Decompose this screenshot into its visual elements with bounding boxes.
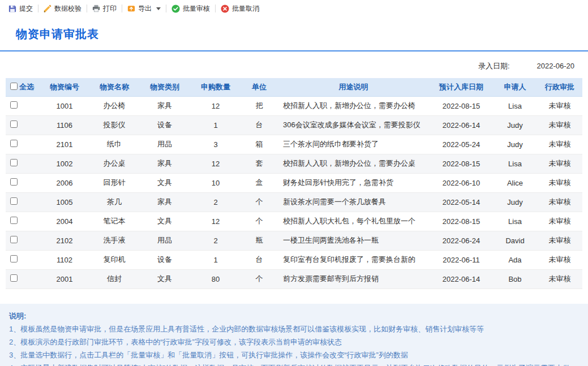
cell-quantity: 3 (190, 135, 241, 154)
row-checkbox[interactable] (10, 120, 18, 128)
table-row[interactable]: 1002 办公桌 家具 12 套 校招新人入职，新增办公位，需要办公桌 2022… (6, 154, 582, 173)
header-approval: 行政审批 (537, 78, 582, 96)
cell-category: 文具 (139, 212, 190, 231)
cell-material-name: 回形针 (89, 173, 139, 192)
cell-approval-status[interactable]: 未审核 (537, 231, 582, 250)
row-checkbox-cell (6, 231, 40, 250)
cell-applicant: Lisa (493, 154, 537, 173)
cell-unit: 个 (241, 212, 277, 231)
table-row[interactable]: 1001 办公椅 家具 12 把 校招新人入职，新增办公位，需要办公椅 2022… (6, 96, 582, 115)
select-all-cell: 全选 (6, 78, 40, 96)
cell-unit: 个 (241, 269, 277, 289)
table-body: 1001 办公椅 家具 12 把 校招新人入职，新增办公位，需要办公椅 2022… (6, 96, 582, 289)
pencil-ruler-icon (44, 5, 51, 12)
row-checkbox[interactable] (10, 217, 18, 224)
cell-material-name: 办公桌 (89, 154, 139, 173)
cell-usage: 校招新人入职大礼包，每个礼包里放一个 (277, 212, 430, 231)
cell-approval-status[interactable]: 未审核 (537, 154, 582, 173)
note-line: 4、实际场景中新建数据集时可以只筛选“未审核”的数据，这样数据一旦审核，页面刷新… (9, 361, 578, 366)
cell-approval-status[interactable]: 未审核 (537, 212, 582, 231)
select-all-label: 全选 (19, 83, 34, 91)
cell-approval-status[interactable]: 未审核 (537, 115, 582, 135)
cell-quantity: 1 (190, 115, 241, 135)
notes-list: 1、模板虽然是物资申请审批，但是在场景应用上具有普适性，企业内部的数据审核场景都… (9, 322, 578, 366)
batch-approve-button[interactable]: 批量审核 (166, 0, 215, 17)
header-usage: 用途说明 (277, 78, 430, 96)
table-row[interactable]: 1005 茶几 家具 2 个 新设茶水间需要一个茶几放餐具 2022-05-14… (6, 192, 582, 212)
table-row[interactable]: 1106 投影仪 设备 1 台 306会议室改成多媒体会议室，需要投影仪 202… (6, 115, 582, 135)
batch-cancel-button[interactable]: 批量取消 (216, 0, 264, 17)
printer-icon (92, 5, 100, 12)
row-checkbox[interactable] (10, 101, 18, 109)
cell-material-id: 1002 (40, 154, 89, 173)
cell-quantity: 12 (190, 212, 241, 231)
cell-approval-status[interactable]: 未审核 (537, 135, 582, 154)
cell-applicant: Ada (493, 250, 537, 269)
cell-applicant: Lisa (493, 96, 537, 115)
print-label: 打印 (103, 4, 117, 14)
row-checkbox[interactable] (10, 255, 18, 262)
notes-title: 说明: (9, 309, 578, 322)
submit-button[interactable]: 提交 (3, 0, 38, 17)
cell-material-name: 纸巾 (89, 135, 139, 154)
note-line: 2、模板演示的是行政部门审批环节，表格中的“行政审批”字段可修改，该字段表示当前… (9, 335, 578, 348)
export-label: 导出 (138, 4, 152, 14)
table-row[interactable]: 2006 回形针 文具 10 盒 财务处回形针快用完了，急需补货 2022-06… (6, 173, 582, 192)
cell-category: 用品 (139, 135, 190, 154)
row-checkbox[interactable] (10, 140, 18, 147)
table-row[interactable]: 2102 洗手液 用品 2 瓶 一楼卫生间两盥洗池各补一瓶 2022-06-24… (6, 231, 582, 250)
row-checkbox[interactable] (10, 197, 18, 205)
cell-category: 用品 (139, 231, 190, 250)
cell-quantity: 2 (190, 192, 241, 212)
cell-applicant: Judy (493, 115, 537, 135)
cell-approval-status[interactable]: 未审核 (537, 192, 582, 212)
cell-material-name: 复印机 (89, 250, 139, 269)
header-applicant: 申请人 (493, 78, 537, 96)
print-button[interactable]: 打印 (87, 0, 122, 17)
select-all-checkbox[interactable] (10, 83, 18, 90)
row-checkbox[interactable] (10, 274, 18, 282)
cell-approval-status[interactable]: 未审核 (537, 96, 582, 115)
cell-usage: 新设茶水间需要一个茶几放餐具 (277, 192, 430, 212)
table-row[interactable]: 1102 复印机 设备 1 台 复印室有台复印机报废了，需要换台新的 2022-… (6, 250, 582, 269)
cell-approval-status[interactable]: 未审核 (537, 173, 582, 192)
cell-usage: 一楼卫生间两盥洗池各补一瓶 (277, 231, 430, 250)
cell-expected-date: 2022-06-11 (430, 250, 493, 269)
cell-expected-date: 2022-06-24 (430, 231, 493, 250)
cell-category: 家具 (139, 154, 190, 173)
entry-date: 录入日期:2022-06-20 (0, 61, 574, 71)
cell-approval-status[interactable]: 未审核 (537, 250, 582, 269)
cell-applicant: Judy (493, 192, 537, 212)
cell-approval-status[interactable]: 未审核 (537, 269, 582, 289)
chevron-down-icon (156, 7, 161, 10)
table-row[interactable]: 2004 笔记本 文具 12 个 校招新人入职大礼包，每个礼包里放一个 2022… (6, 212, 582, 231)
row-checkbox-cell (6, 173, 40, 192)
data-validate-button[interactable]: 数据校验 (38, 0, 87, 17)
cell-material-id: 2001 (40, 269, 89, 289)
entry-date-value: 2022-06-20 (537, 62, 575, 70)
cell-quantity: 12 (190, 154, 241, 173)
table-row[interactable]: 2101 纸巾 用品 3 箱 三个茶水间的纸巾都要补货了 2022-05-24 … (6, 135, 582, 154)
cell-applicant: Judy (493, 135, 537, 154)
table-row[interactable]: 2001 信封 文具 80 个 前方发票需要邮寄到后方报销 2022-06-14… (6, 269, 582, 289)
cell-expected-date: 2022-08-15 (430, 96, 493, 115)
cell-material-name: 信封 (89, 269, 139, 289)
cell-material-id: 1001 (40, 96, 89, 115)
cell-material-name: 茶几 (89, 192, 139, 212)
header-expected-date: 预计入库日期 (430, 78, 493, 96)
row-checkbox[interactable] (10, 236, 18, 243)
cell-category: 家具 (139, 96, 190, 115)
cell-material-name: 投影仪 (89, 115, 139, 135)
cell-usage: 三个茶水间的纸巾都要补货了 (277, 135, 430, 154)
row-checkbox[interactable] (10, 178, 18, 186)
cell-usage: 306会议室改成多媒体会议室，需要投影仪 (277, 115, 430, 135)
export-button[interactable]: 导出 (122, 0, 166, 17)
page-title: 物资申请审批表 (16, 27, 588, 42)
header-quantity: 申购数量 (190, 78, 241, 96)
row-checkbox[interactable] (10, 159, 18, 166)
cell-applicant: David (493, 231, 537, 250)
cell-usage: 校招新人入职，新增办公位，需要办公椅 (277, 96, 430, 115)
cell-unit: 瓶 (241, 231, 277, 250)
header-unit: 单位 (241, 78, 277, 96)
row-checkbox-cell (6, 115, 40, 135)
